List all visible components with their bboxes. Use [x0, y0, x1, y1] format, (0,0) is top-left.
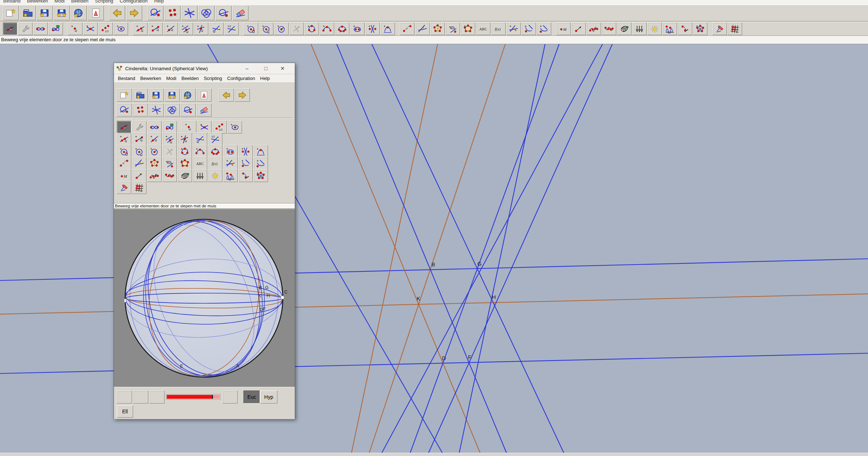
arcline2-tool-button[interactable]	[537, 22, 551, 35]
circle3-tool-button[interactable]	[305, 22, 319, 35]
menu-item-bewerken[interactable]: Bewerken	[138, 76, 164, 81]
viewcl-tool-button[interactable]	[148, 6, 163, 20]
parabola-tool-button[interactable]	[254, 145, 268, 158]
circler-tool-button[interactable]	[259, 22, 273, 35]
slider-track[interactable]	[167, 395, 220, 399]
wave-tool-button[interactable]	[663, 22, 677, 35]
parabola-tool-button[interactable]	[380, 22, 395, 35]
circlec-tool-button[interactable]	[117, 145, 131, 158]
circlec-tool-button[interactable]	[244, 22, 258, 35]
measure-tool-button[interactable]: ?	[400, 22, 414, 35]
eraser-tool-button[interactable]	[233, 6, 248, 20]
mass-tool-button[interactable]: B	[693, 22, 707, 35]
menu-item-help[interactable]: Help	[151, 0, 167, 4]
menu-item-bestand[interactable]: Bestand	[115, 76, 138, 81]
elliptic-geometry-button[interactable]: Ell	[117, 405, 133, 418]
circler-tool-button[interactable]	[132, 145, 146, 158]
conic5-tool-button[interactable]	[208, 145, 222, 158]
viewcl2-tool-button[interactable]	[180, 104, 196, 117]
line-tool-button[interactable]	[117, 133, 131, 145]
wrench-tool-button[interactable]	[132, 121, 146, 134]
new-tool-button[interactable]	[117, 89, 132, 102]
locus2-tool-button[interactable]	[162, 169, 177, 182]
arcline1-tool-button[interactable]	[522, 22, 536, 35]
point-tool-button[interactable]	[68, 22, 82, 35]
move-tool-button[interactable]	[3, 22, 17, 35]
compass-tool-button[interactable]	[274, 22, 289, 35]
conic5-tool-button[interactable]	[335, 22, 349, 35]
locus-tool-button[interactable]	[587, 22, 601, 35]
save-tool-button[interactable]	[37, 6, 53, 20]
draw-tool-button[interactable]	[712, 22, 727, 35]
line-tool-button[interactable]	[133, 22, 148, 35]
bisector-tool-button[interactable]	[209, 22, 224, 35]
menu-item-beelden[interactable]: Beelden	[68, 0, 92, 4]
open-tool-button[interactable]	[133, 89, 148, 102]
compass-tool-button[interactable]	[147, 145, 162, 158]
mirrorplane-tool-button[interactable]	[446, 22, 460, 35]
circle3-tool-button[interactable]	[178, 145, 192, 158]
mirrorg-tool-button[interactable]	[162, 145, 177, 158]
polygon-tool-button[interactable]	[461, 22, 475, 35]
saveas-tool-button[interactable]	[54, 6, 70, 20]
arcline2-tool-button[interactable]	[254, 157, 268, 170]
polygon-tool-button[interactable]	[178, 157, 192, 170]
halfangle-tool-button[interactable]: 1/2	[224, 22, 239, 35]
exporta-tool-button[interactable]	[88, 6, 104, 20]
menu-item-configuration[interactable]: Configuration	[116, 0, 151, 4]
intersect-tool-button[interactable]	[83, 22, 98, 35]
menu-item-bewerken[interactable]: Bewerken	[24, 0, 51, 4]
web-tool-button[interactable]	[180, 89, 196, 102]
viewcirc-tool-button[interactable]	[165, 104, 180, 117]
curve-tool-button[interactable]	[33, 22, 48, 35]
minimize-button[interactable]: –	[242, 63, 252, 74]
web-tool-button[interactable]	[71, 6, 87, 20]
conic-tool-button[interactable]	[227, 121, 242, 134]
curve-tool-button[interactable]	[147, 121, 162, 134]
vector-tool-button[interactable]	[571, 22, 586, 35]
halfangle-tool-button[interactable]: 1/2	[208, 133, 222, 145]
arc3-tool-button[interactable]	[320, 22, 334, 35]
undo-tool-button[interactable]	[109, 6, 125, 20]
angleq-tool-button[interactable]: ?	[415, 22, 430, 35]
grid-tool-button[interactable]	[132, 181, 146, 194]
fx-tool-button[interactable]: f(x)	[491, 22, 506, 35]
new-tool-button[interactable]	[3, 6, 19, 20]
menu-item-beelden[interactable]: Beelden	[179, 76, 201, 81]
spherical-view[interactable]: BGCKHDFEA	[114, 209, 295, 387]
menu-item-modi[interactable]: Modi	[51, 0, 68, 4]
wave-tool-button[interactable]	[223, 169, 238, 182]
areaq-tool-button[interactable]: ?	[147, 157, 162, 170]
parallel-tool-button[interactable]	[162, 133, 177, 145]
abc-tool-button[interactable]: ABC	[193, 157, 207, 170]
hyperbola-tool-button[interactable]	[238, 145, 253, 158]
anglepen-tool-button[interactable]	[223, 157, 238, 170]
eraser-tool-button[interactable]	[196, 104, 212, 117]
arcline1-tool-button[interactable]	[238, 157, 253, 170]
ellipsef-tool-button[interactable]	[223, 145, 238, 158]
menu-item-scripting[interactable]: Scripting	[92, 0, 116, 4]
segment-tool-button[interactable]	[132, 133, 146, 145]
fx-tool-button[interactable]: f(x)	[208, 157, 222, 170]
conic-tool-button[interactable]	[114, 22, 128, 35]
curveanim-tool-button[interactable]	[162, 121, 177, 134]
locus2-tool-button[interactable]	[602, 22, 616, 35]
exporta-tool-button[interactable]	[196, 89, 212, 102]
velocity-tool-button[interactable]	[678, 22, 692, 35]
curveanim-tool-button[interactable]	[48, 22, 63, 35]
angleq-tool-button[interactable]: ?	[132, 157, 146, 170]
arc3-tool-button[interactable]	[193, 145, 207, 158]
maximize-button[interactable]: □	[261, 63, 271, 74]
pan-view-button[interactable]	[133, 390, 148, 404]
menu-item-help[interactable]: Help	[258, 76, 272, 81]
home-view-button[interactable]	[149, 390, 165, 404]
rotation-slider[interactable]	[166, 394, 221, 400]
ellipsef-tool-button[interactable]	[350, 22, 365, 35]
ray-tool-button[interactable]	[147, 133, 162, 145]
locus-tool-button[interactable]	[147, 169, 162, 182]
draw-tool-button[interactable]	[117, 181, 131, 194]
midpoint-tool-button[interactable]: 1/2	[98, 22, 113, 35]
field-tool-button[interactable]	[178, 169, 192, 182]
move-tool-button[interactable]	[117, 121, 131, 134]
bisector-tool-button[interactable]	[193, 133, 207, 145]
